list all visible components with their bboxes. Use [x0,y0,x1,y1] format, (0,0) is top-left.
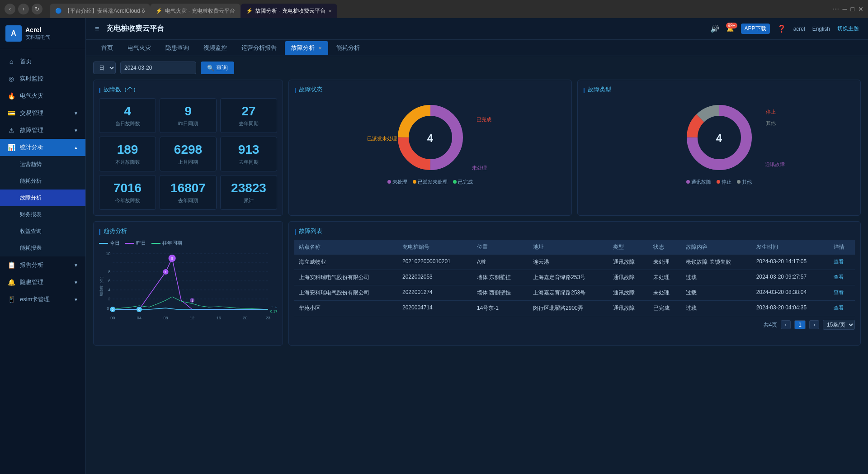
sidebar-item-finance[interactable]: 财务报表 [0,206,85,223]
view-link[interactable]: 查看 [834,259,844,264]
view-link[interactable]: 查看 [834,274,844,280]
language-toggle[interactable]: English [812,26,830,32]
nav-tab-close-icon[interactable]: ✕ [318,46,322,51]
filter-bar: 日 🔍 查询 [93,62,861,74]
cards-section: 故障数（个） 4 当日故障数 9 昨日同期 27 去年同期 [93,80,861,216]
browser-tab-1[interactable]: ⚡ 电气火灾 - 充电桩收费云平台 [150,4,241,18]
nav-tab-ops-report[interactable]: 运营分析报告 [235,41,283,55]
sidebar-item-electric-fire[interactable]: 🔥 电气火灾 [0,87,85,104]
page-size-select[interactable]: 15条/页 30条/页 [823,320,855,330]
col-status: 状态 [649,240,682,255]
notification-bell[interactable]: 🔔99+ [726,25,734,32]
view-link[interactable]: 查看 [834,305,844,310]
nav-tab-video[interactable]: 视频监控 [197,41,233,55]
prev-page-button[interactable]: ‹ [781,320,791,329]
svg-text:04: 04 [137,316,142,320]
reload-button[interactable]: ↻ [32,4,42,14]
volume-icon[interactable]: 🔊 [710,24,719,33]
logo-sub: 安科瑞电气 [25,34,50,41]
help-icon[interactable]: ❓ [777,24,786,33]
col-address: 地址 [528,240,609,255]
minimize-button[interactable]: ─ [843,5,847,13]
chevron-down-icon: ▼ [74,128,78,133]
nav-tab-energy[interactable]: 能耗分析 [330,41,366,55]
trend-legend: 今日 昨日 往年同期 [99,240,277,246]
browser-tab-0[interactable]: 🔵 【平台介绍】安科瑞AcrelCloud-δ [50,4,150,18]
nav-tab-home[interactable]: 首页 [95,41,119,55]
fault-card-lastyear-day: 27 去年同期 [220,98,277,133]
cell-address: 上海嘉定育绿路253号 [528,285,609,301]
chart-icon: 📊 [7,144,15,151]
date-type-select[interactable]: 日 [93,62,116,74]
next-page-button[interactable]: › [809,320,819,329]
sidebar-item-revenue[interactable]: 收益查询 [0,223,85,240]
donut-center-type-value: 4 [716,132,722,145]
nav-tab-electric-fire[interactable]: 电气火灾 [121,41,157,55]
menu-toggle-button[interactable]: ≡ [95,25,99,33]
sidebar-item-esim[interactable]: 📱 esim卡管理 ▼ [0,291,85,308]
cell-action[interactable]: 查看 [829,255,855,270]
user-menu[interactable]: acrel [793,26,805,32]
main-area: ≡ 充电桩收费云平台 🔊 🔔99+ APP下载 ❓ acrel English … [86,18,868,474]
extensions-button[interactable]: ⋯ [833,5,839,13]
svg-text:16: 16 [217,316,221,320]
query-label: 查询 [216,64,228,72]
sidebar-item-report[interactable]: 📋 报告分析 ▼ [0,256,85,274]
view-link[interactable]: 查看 [834,289,844,295]
current-page-button[interactable]: 1 [794,320,806,329]
nav-tab-label: 首页 [101,44,113,51]
sidebar-item-label: 交易管理 [20,109,43,117]
fault-grid: 4 当日故障数 9 昨日同期 27 去年同期 189 [99,98,277,210]
sidebar-item-ops-trend[interactable]: 运营趋势 [0,156,85,173]
svg-text:故障数（个）: 故障数（个） [99,275,104,296]
nav-tab-hazard[interactable]: 隐患查询 [159,41,195,55]
fault-count-panel: 故障数（个） 4 当日故障数 9 昨日同期 27 去年同期 [93,80,283,216]
sidebar-item-fault-analysis[interactable]: 故障分析 [0,190,85,206]
svg-text:1: 1 [165,270,167,274]
fault-count-title: 故障数（个） [99,85,277,94]
back-button[interactable]: ‹ [5,4,15,14]
cell-time: 2024-03-20 04:04:35 [752,301,829,316]
sidebar-item-trade[interactable]: 💳 交易管理 ▼ [0,104,85,122]
sidebar-item-home[interactable]: ⌂ 首页 [0,53,85,70]
svg-text:4: 4 [108,288,110,292]
browser-tab-2[interactable]: ⚡ 故障分析 - 充电桩收费云平台 ✕ [241,4,337,18]
topbar-left: ≡ 充电桩收费云平台 [95,24,164,33]
theme-toggle[interactable]: 切换主题 [837,25,859,33]
nav-tab-fault-analysis[interactable]: 故障分析 ✕ [285,41,328,55]
maximize-button[interactable]: □ [851,5,854,13]
trade-icon: 💳 [7,109,15,117]
sidebar-item-energy-report[interactable]: 能耗报表 [0,240,85,256]
sidebar-item-label: 统计分析 [20,143,43,152]
close-button[interactable]: ✕ [858,5,863,13]
sidebar-item-label: 首页 [20,57,32,66]
svg-text:6: 6 [108,279,110,283]
label-dispatched: 已派发未处理 [367,135,397,142]
sidebar-item-realtime[interactable]: ◎ 实时监控 [0,70,85,87]
app: A Acrel 安科瑞电气 ⌂ 首页 ◎ 实时监控 🔥 电气火灾 💳 交易管理 [0,18,868,474]
fault-type-title: 故障类型 [583,85,855,94]
svg-text:20: 20 [243,316,247,320]
col-content: 故障内容 [681,240,751,255]
forward-button[interactable]: › [18,4,29,14]
cell-content: 过载 [681,270,751,285]
sidebar-item-statistics[interactable]: 📊 统计分析 ▲ [0,139,85,156]
app-download-button[interactable]: APP下载 [741,24,770,34]
fault-yesterday-label: 昨日同期 [165,120,211,127]
tab-close-icon[interactable]: ✕ [328,9,332,14]
nav-tab-label: 故障分析 [291,44,315,51]
query-button[interactable]: 🔍 查询 [201,62,234,74]
svg-text:10: 10 [106,251,110,256]
cell-action[interactable]: 查看 [829,301,855,316]
sidebar-menu: ⌂ 首页 ◎ 实时监控 🔥 电气火灾 💳 交易管理 ▼ ⚠ 故障管理 ▼ [0,49,85,474]
sidebar-item-hazard[interactable]: 🔔 隐患管理 ▼ [0,274,85,291]
sidebar-item-energy-analysis[interactable]: 能耗分析 [0,173,85,190]
legend-lastyear-label: 往年同期 [162,240,182,246]
cell-action[interactable]: 查看 [829,285,855,301]
table-row: 海立威物业 2021022000010201 A桩 连云港 通讯故障 未处理 枪… [294,255,855,270]
cell-status: 未处理 [649,270,682,285]
date-input[interactable] [120,62,196,74]
sidebar-item-fault-mgmt[interactable]: ⚠ 故障管理 ▼ [0,122,85,139]
fault-list-panel: 故障列表 站点名称 充电桩编号 位置 地址 类型 状态 故障内容 [288,221,861,346]
cell-action[interactable]: 查看 [829,270,855,285]
